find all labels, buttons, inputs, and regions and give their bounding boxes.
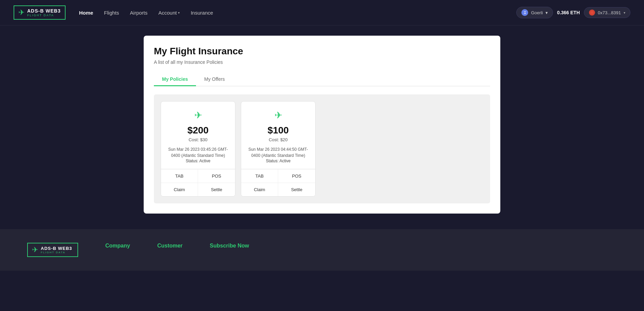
nav-home[interactable]: Home xyxy=(79,10,93,16)
nav-airports[interactable]: Airports xyxy=(130,10,148,16)
footer-company: Company xyxy=(105,243,130,249)
policy-card-2: ✈ $100 Cost: $20 Sun Mar 26 2023 04:44:5… xyxy=(241,101,316,197)
policy-1-cost: Cost: $30 xyxy=(168,137,228,142)
address-chevron-icon: ▾ xyxy=(624,11,625,15)
footer-logo-sub: FLIGHT DATA xyxy=(41,251,72,254)
network-chevron-icon: ▾ xyxy=(545,10,548,15)
wallet-address: 0x73...8391 xyxy=(598,10,621,15)
network-name: Goerli xyxy=(531,10,543,15)
policy-2-claim-btn[interactable]: Claim xyxy=(241,183,278,196)
policies-area: ✈ $200 Cost: $30 Sun Mar 26 2023 03:45:2… xyxy=(154,94,490,203)
page-subtitle: A list of all my Insurance Policies xyxy=(154,59,490,65)
footer-logo-plane-icon: ✈ xyxy=(32,245,38,254)
eth-amount: 0.366 ETH xyxy=(557,10,580,15)
policy-1-status: Status: Active xyxy=(168,159,228,163)
tabs: My Policies My Offers xyxy=(154,73,490,86)
tab-my-policies[interactable]: My Policies xyxy=(154,73,196,86)
policy-1-actions-row2: Claim Settle xyxy=(161,183,235,196)
policy-2-settle-btn[interactable]: Settle xyxy=(278,183,315,196)
policy-card-1: ✈ $200 Cost: $30 Sun Mar 26 2023 03:45:2… xyxy=(161,101,235,197)
policy-1-date: Sun Mar 26 2023 03:45:26 GMT-0400 (Atlan… xyxy=(168,146,228,159)
footer-subscribe: Subscribe Now xyxy=(210,243,249,249)
policy-1-pos-btn[interactable]: POS xyxy=(198,169,235,183)
footer-customer: Customer xyxy=(157,243,183,249)
nav-flights[interactable]: Flights xyxy=(104,10,119,16)
policy-2-amount: $100 xyxy=(248,125,308,136)
policy-1-amount: $200 xyxy=(168,125,228,136)
logo[interactable]: ✈ ADS-B WEB3 FLIGHT DATA xyxy=(14,5,66,20)
address-badge[interactable]: 0x73...8391 ▾ xyxy=(584,7,630,18)
tab-my-offers[interactable]: My Offers xyxy=(196,73,233,86)
logo-plane-icon: ✈ xyxy=(18,8,24,17)
footer-logo-text-group: ADS-B WEB3 FLIGHT DATA xyxy=(41,246,72,254)
nav-account[interactable]: Account ▾ xyxy=(158,10,180,16)
page-title: My Flight Insurance xyxy=(154,46,490,57)
logo-text-group: ADS-B WEB3 FLIGHT DATA xyxy=(27,8,61,17)
network-badge[interactable]: Ξ Goerli ▾ xyxy=(516,7,553,18)
policy-2-date: Sun Mar 26 2023 04:44:50 GMT-0400 (Atlan… xyxy=(248,146,308,159)
policy-1-actions-row1: TAB POS xyxy=(161,169,235,183)
policy-2-tab-btn[interactable]: TAB xyxy=(241,169,278,183)
policy-2-status: Status: Active xyxy=(248,159,308,163)
logo-sub-text: FLIGHT DATA xyxy=(27,14,61,17)
footer: ✈ ADS-B WEB3 FLIGHT DATA Company Custome… xyxy=(0,229,644,271)
policy-2-actions-row2: Claim Settle xyxy=(241,183,315,196)
policy-2-cost: Cost: $20 xyxy=(248,137,308,142)
policy-1-tab-btn[interactable]: TAB xyxy=(161,169,198,183)
policy-2-pos-btn[interactable]: POS xyxy=(278,169,315,183)
policy-2-plane-icon: ✈ xyxy=(248,110,308,121)
main-content: My Flight Insurance A list of all my Ins… xyxy=(0,25,644,229)
policy-2-actions-row1: TAB POS xyxy=(241,169,315,183)
navbar-right: Ξ Goerli ▾ 0.366 ETH 0x73...8391 ▾ xyxy=(516,7,630,18)
footer-company-heading: Company xyxy=(105,243,130,249)
policy-1-claim-btn[interactable]: Claim xyxy=(161,183,198,196)
navbar-left: ✈ ADS-B WEB3 FLIGHT DATA Home Flights Ai… xyxy=(14,5,213,20)
eth-network-icon: Ξ xyxy=(521,9,528,16)
policy-1-plane-icon: ✈ xyxy=(168,110,228,121)
footer-logo-main: ADS-B WEB3 xyxy=(41,246,72,251)
navbar: ✈ ADS-B WEB3 FLIGHT DATA Home Flights Ai… xyxy=(0,0,644,25)
policy-1-settle-btn[interactable]: Settle xyxy=(198,183,235,196)
footer-logo[interactable]: ✈ ADS-B WEB3 FLIGHT DATA xyxy=(27,243,78,257)
policy-card-2-top: ✈ $100 Cost: $20 Sun Mar 26 2023 04:44:5… xyxy=(241,102,315,169)
footer-subscribe-heading: Subscribe Now xyxy=(210,243,249,249)
content-card: My Flight Insurance A list of all my Ins… xyxy=(144,36,500,214)
policy-card-1-top: ✈ $200 Cost: $30 Sun Mar 26 2023 03:45:2… xyxy=(161,102,235,169)
account-chevron-icon: ▾ xyxy=(178,11,180,15)
logo-main-text: ADS-B WEB3 xyxy=(27,8,61,14)
footer-customer-heading: Customer xyxy=(157,243,183,249)
nav-insurance[interactable]: Insurance xyxy=(191,10,213,16)
nav-links: Home Flights Airports Account ▾ Insuranc… xyxy=(79,10,213,16)
address-avatar xyxy=(589,10,595,16)
